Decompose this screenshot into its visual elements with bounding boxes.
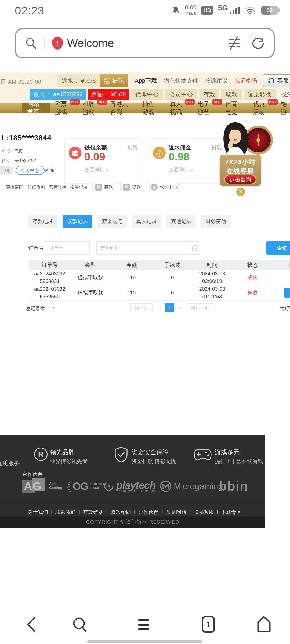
footer-link-deposit-help[interactable]: 存款帮助 [83, 509, 103, 516]
last-page-button[interactable]: 最后一页 [187, 303, 213, 312]
view-details-link[interactable]: 查看详情 ▶ [169, 166, 193, 173]
balance-badge: 余额： ¥0.09 [88, 89, 129, 100]
nav-promotions[interactable]: 优惠活动HOT [248, 103, 276, 113]
playtech-swirl-icon [103, 481, 114, 492]
nav-sports[interactable]: 体育电竞 [220, 103, 248, 113]
feature-desc: 业界博彩领先者 [50, 458, 88, 465]
wifi-icon [245, 5, 257, 15]
nav-live-casino[interactable]: 真人视讯HOT [165, 103, 193, 113]
home-icon[interactable] [256, 616, 272, 633]
col-header-type: 类型 [71, 260, 110, 270]
current-page-button[interactable]: 1 [165, 303, 174, 312]
agent-center-action-button[interactable]: 代理中心 [149, 182, 179, 192]
bet-record-link[interactable]: 投注记录 [70, 185, 88, 190]
cell-amount: 110 [110, 270, 153, 285]
browser-address-bar[interactable]: ! Welcome [15, 28, 275, 58]
promo-line2: 在线客服 [220, 167, 261, 175]
tab-finance-changes[interactable]: 财务变动 [201, 215, 231, 228]
site-label[interactable]: Welcome [67, 37, 114, 50]
tab-count-button[interactable]: 1 [202, 616, 215, 633]
back-icon[interactable] [25, 616, 38, 633]
footer-link-withdraw-help[interactable]: 取款帮助 [111, 509, 131, 516]
withdraw-quick-button[interactable]: ¥ 提现 [100, 74, 128, 87]
view-details-link[interactable]: 查看详情 ▶ [84, 166, 109, 173]
consult-button[interactable]: 点击咨询 [224, 175, 256, 184]
nav-fishing[interactable]: 捕鱼游戏 [137, 103, 165, 113]
bet-record-link[interactable]: 投注记录 [281, 89, 290, 100]
copyright-text: COPYRIGHT © 澳门银河 RESERVED [0, 516, 265, 528]
person-icon [151, 184, 158, 191]
customer-service-button[interactable]: 客服 [263, 74, 290, 87]
nav-chain-games[interactable]: 链游 [276, 103, 290, 113]
app-download-link[interactable]: App下载 [135, 77, 157, 85]
clock: 02:23 [15, 4, 44, 17]
balance-value: 0.09 [84, 151, 105, 163]
cell-type: 虚拟币取款 [71, 285, 110, 301]
nav-hk-mark6[interactable]: 香港六合彩 [105, 103, 137, 113]
search-button[interactable]: 查询 [266, 241, 290, 255]
close-icon[interactable]: ✕ [235, 187, 246, 197]
panel-border [9, 195, 9, 419]
tab-deposit-records[interactable]: 存款记录 [28, 215, 57, 228]
member-center-button[interactable]: 会员中心 [165, 89, 197, 100]
col-header-time: 时间 [192, 260, 233, 270]
footer-link-about[interactable]: 关于我们 [28, 509, 48, 516]
withdraw-action-button[interactable]: ¥ 取款 [120, 182, 143, 192]
site-footer: 优质服务 R 领先品牌 业界博彩领先者 资金安全保障 资金护航 博彩无忧 游戏多… [0, 435, 265, 528]
nav-board-games[interactable]: 棋牌游戏HOT [78, 103, 105, 113]
tab-withdraw-records[interactable]: 取款记录 [63, 215, 92, 228]
search-icon[interactable] [71, 616, 89, 633]
first-page-button[interactable]: 第一页 [130, 303, 153, 312]
rebate-amount: 返水： ¥0.98 [57, 74, 100, 87]
next-page-button[interactable]: › [176, 303, 184, 312]
footer-link-contact[interactable]: 联系我们 [55, 509, 76, 516]
footer-link-download[interactable]: 下载专区 [221, 509, 242, 516]
deposit-button[interactable]: 存款 [199, 89, 219, 100]
refresh-balance-link[interactable]: 刷新 [127, 144, 137, 151]
money-bag-icon: ¥ [153, 147, 166, 159]
profile-link[interactable]: 详细资料 [28, 185, 45, 190]
tab-live-records[interactable]: 真人记录 [132, 215, 161, 228]
footer-link-faq[interactable]: 常见问题 [166, 509, 186, 516]
footer-link-cs[interactable]: 联系客服 [194, 509, 214, 516]
checkin-button[interactable]: 到 [0, 166, 13, 175]
promo-panel: 7X24小时 在线客服 点击咨询 [220, 155, 261, 186]
withdraw-button[interactable]: 取款 [221, 89, 242, 100]
security-warning-icon[interactable]: ! [52, 37, 63, 50]
partner-logo-ag: AG AsiaGaming [22, 478, 62, 494]
nav-slots[interactable]: 电子游艺HOT [193, 103, 220, 113]
change-password-link[interactable]: 更改密码 [6, 185, 23, 190]
reader-mode-icon[interactable] [227, 36, 241, 50]
menu-icon[interactable] [137, 619, 153, 631]
footer-link-partners[interactable]: 合作伙伴 [138, 509, 159, 516]
refresh-icon[interactable] [252, 37, 264, 50]
personal-center-button[interactable]: 个人中心 [16, 166, 45, 175]
hd-badge: HD [201, 6, 213, 15]
prev-page-button[interactable]: ‹ [156, 303, 164, 312]
view-button[interactable]: 查看 [284, 288, 290, 298]
cell-fee: 0 [153, 270, 192, 285]
microgaming-m-icon [160, 480, 172, 492]
cell-fee: 0 [153, 285, 192, 301]
tab-other-records[interactable]: 其他记录 [166, 215, 196, 228]
nav-lottery[interactable]: 彩票游戏HOT [50, 103, 78, 113]
search-icon[interactable] [25, 37, 37, 49]
deposit-action-button[interactable]: ¥ 存款 [92, 182, 115, 192]
feature-title: 领先品牌 [50, 448, 75, 456]
total-records-text: 总记录数： 2 [26, 305, 54, 312]
agent-center-button[interactable]: 代理中心 [131, 89, 163, 100]
complaint-link[interactable]: 投诉建议 [205, 77, 227, 85]
order-no-input[interactable] [45, 241, 90, 255]
divider [44, 37, 45, 49]
wechat-pay-link[interactable]: 微信快捷支付 [164, 77, 198, 85]
clock-icon [192, 245, 199, 252]
forgot-password-link[interactable]: 忘记密码 [234, 77, 257, 85]
tab-bonus-rebate[interactable]: 赠金返点 [97, 215, 127, 228]
cell-order-id: aa2024030325268831 [29, 270, 71, 285]
time-range-input[interactable] [96, 241, 200, 255]
quota-transfer-button[interactable]: 额度转换 [244, 89, 276, 100]
nav-home[interactable]: 网站首页 [22, 103, 50, 113]
arrow-right-icon: ▶ [190, 168, 193, 172]
gesture-bar[interactable] [87, 640, 202, 643]
quota-transfer-link[interactable]: 额度转换 [49, 185, 66, 190]
